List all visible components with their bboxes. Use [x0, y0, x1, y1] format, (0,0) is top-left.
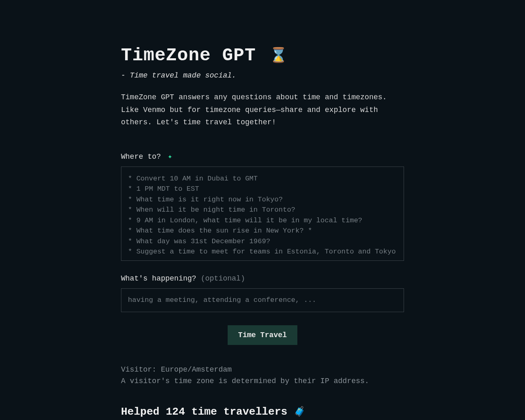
- query-label: Where to? ✦: [121, 152, 404, 161]
- hourglass-icon: ⌛: [269, 46, 288, 64]
- context-input[interactable]: [121, 288, 404, 312]
- stats-heading-text: Helped 124 time travellers: [121, 406, 294, 418]
- visitor-note: A visitor's time zone is determined by t…: [121, 377, 404, 385]
- page-title-text: TimeZone GPT: [121, 45, 256, 66]
- luggage-icon: 🧳: [294, 406, 306, 418]
- submit-row: Time Travel: [121, 325, 404, 345]
- visitor-timezone: Visitor: Europe/Amsterdam: [121, 365, 404, 374]
- intro-paragraph: TimeZone GPT answers any questions about…: [121, 91, 404, 129]
- sparkle-icon: ✦: [168, 153, 172, 161]
- query-label-text: Where to?: [121, 153, 161, 161]
- query-input[interactable]: [121, 167, 404, 261]
- time-travel-button[interactable]: Time Travel: [228, 325, 298, 345]
- context-label: What's happening? (optional): [121, 274, 404, 283]
- page-container: TimeZone GPT ⌛ - Time travel made social…: [113, 0, 412, 420]
- stats-heading: Helped 124 time travellers 🧳: [121, 406, 404, 418]
- context-optional-text: (optional): [201, 274, 245, 283]
- tagline: - Time travel made social.: [121, 71, 404, 80]
- page-title: TimeZone GPT ⌛: [121, 45, 404, 66]
- context-label-text: What's happening?: [121, 274, 196, 283]
